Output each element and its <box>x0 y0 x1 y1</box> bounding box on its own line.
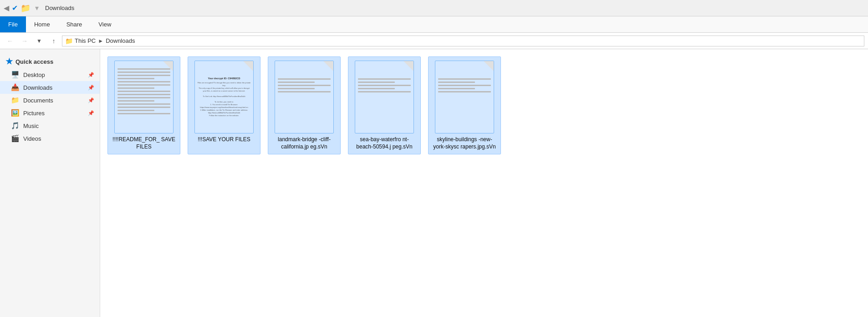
tab-file[interactable]: File <box>0 16 26 32</box>
file-name-saveyourfiles: !!!SAVE YOUR FILES <box>198 136 250 143</box>
file-line <box>117 68 170 70</box>
sidebar-item-documents-label: Documents <box>23 97 84 104</box>
file-line <box>117 81 170 82</box>
file-area: !!!!README_FOR_ SAVE FILES Your decrypt … <box>100 49 868 317</box>
sidebar-item-music-label: Music <box>23 123 94 129</box>
file-thumbnail-skyline <box>435 61 494 133</box>
file-line <box>438 85 491 86</box>
file-lines-skyline <box>438 78 491 92</box>
file-line <box>117 72 170 73</box>
file-line <box>278 88 315 89</box>
pictures-icon: 🖼️ <box>11 109 20 117</box>
ransom-title: Your decrypt ID: C94892CD <box>208 77 240 81</box>
pin-icon-pictures: 📌 <box>88 110 94 116</box>
file-line <box>117 107 170 108</box>
file-line <box>358 85 411 86</box>
sidebar-item-documents[interactable]: 📁 Documents 📌 <box>0 94 100 107</box>
file-line <box>117 75 170 76</box>
file-line <box>358 82 395 83</box>
file-thumbnail-readme <box>114 61 174 133</box>
address-bar: ← → ▼ ↑ 📁 This PC ► Downloads <box>0 33 868 49</box>
sidebar-item-pictures-label: Pictures <box>23 110 84 117</box>
file-thumbnail-seabay <box>355 61 414 133</box>
file-item-seabay[interactable]: sea-bay-waterfro nt-beach-50594.j peg.sV… <box>348 56 421 154</box>
path-folder-icon: 📁 <box>65 37 73 45</box>
file-corner-skyline <box>484 61 494 71</box>
sidebar-item-downloads-label: Downloads <box>23 84 84 91</box>
file-line <box>438 82 475 83</box>
history-button[interactable]: ▼ <box>33 35 46 47</box>
file-lines-readme <box>117 68 170 114</box>
back-button[interactable]: ← <box>4 35 16 47</box>
main-container: ★ Quick access 🖥️ Desktop 📌 📥 Downloads … <box>0 49 868 317</box>
pin-icon-documents: 📌 <box>88 97 94 103</box>
sidebar-item-videos[interactable]: 🎬 Videos <box>0 132 100 145</box>
file-corner-landmark <box>323 61 333 71</box>
videos-icon: 🎬 <box>11 134 20 143</box>
title-bar-separator: ▾ <box>35 4 39 12</box>
forward-button[interactable]: → <box>18 35 31 47</box>
file-line <box>117 94 170 95</box>
tab-home[interactable]: Home <box>26 16 58 32</box>
file-line <box>117 87 154 89</box>
file-line <box>117 100 154 102</box>
sidebar-item-desktop[interactable]: 🖥️ Desktop 📌 <box>0 68 100 81</box>
file-corner-seabay <box>403 61 414 71</box>
title-bar-title: Downloads <box>45 5 74 11</box>
file-line <box>278 91 331 92</box>
quick-access-label: Quick access <box>15 58 53 65</box>
file-item-skyline[interactable]: skyline-buildings -new-york-skysc rapers… <box>428 56 501 154</box>
file-lines-seabay <box>358 78 411 92</box>
star-icon: ★ <box>5 56 13 66</box>
address-path[interactable]: 📁 This PC ► Downloads <box>62 36 864 46</box>
file-line <box>438 91 491 92</box>
path-separator-1: ► <box>98 38 103 44</box>
file-name-skyline: skyline-buildings -new-york-skysc rapers… <box>432 136 497 150</box>
folder-icon: 📁 <box>20 3 31 13</box>
file-name-landmark: landmark-bridge -cliff-california.jp eg.… <box>272 136 337 150</box>
file-line <box>358 88 395 89</box>
ransom-body: Files are encrypted! To decrypt files yo… <box>197 82 251 117</box>
file-line <box>117 103 170 105</box>
file-line <box>278 85 331 86</box>
file-thumbnail-landmark <box>275 61 334 133</box>
path-segment-downloads[interactable]: Downloads <box>106 37 135 44</box>
file-line <box>117 78 154 79</box>
file-line <box>117 110 154 111</box>
sidebar-item-downloads[interactable]: 📥 Downloads 📌 <box>0 81 100 94</box>
sidebar-item-pictures[interactable]: 🖼️ Pictures 📌 <box>0 107 100 119</box>
title-bar: ◀ ✔ 📁 ▾ Downloads <box>0 0 868 16</box>
file-name-seabay: sea-bay-waterfro nt-beach-50594.j peg.sV… <box>352 136 417 150</box>
file-item-saveyourfiles[interactable]: Your decrypt ID: C94892CD Files are encr… <box>188 56 260 154</box>
tab-view[interactable]: View <box>90 16 119 32</box>
file-line <box>438 78 491 80</box>
pin-icon-downloads: 📌 <box>88 85 94 91</box>
downloads-icon: 📥 <box>11 83 20 92</box>
file-line <box>117 113 170 114</box>
tab-share[interactable]: Share <box>58 16 91 32</box>
sidebar-item-videos-label: Videos <box>23 135 94 142</box>
file-thumbnail-saveyourfiles: Your decrypt ID: C94892CD Files are encr… <box>194 61 254 133</box>
ribbon: File Home Share View <box>0 16 868 33</box>
check-icon: ✔ <box>12 4 18 12</box>
path-segment-thispc[interactable]: This PC <box>75 37 96 44</box>
file-name-readme: !!!!README_FOR_ SAVE FILES <box>112 136 176 150</box>
sidebar-item-desktop-label: Desktop <box>23 72 84 78</box>
quick-access-header: ★ Quick access <box>0 53 100 68</box>
file-corner-ransom <box>243 61 253 71</box>
music-icon: 🎵 <box>11 122 20 130</box>
sidebar: ★ Quick access 🖥️ Desktop 📌 📥 Downloads … <box>0 49 100 317</box>
file-line <box>117 91 170 92</box>
file-line <box>358 78 411 80</box>
file-line <box>278 82 315 83</box>
desktop-icon: 🖥️ <box>11 71 20 79</box>
documents-icon: 📁 <box>11 96 20 104</box>
file-line <box>278 78 331 80</box>
file-item-landmark[interactable]: landmark-bridge -cliff-california.jp eg.… <box>268 56 341 154</box>
file-line <box>117 84 170 86</box>
sidebar-item-music[interactable]: 🎵 Music <box>0 119 100 132</box>
up-button[interactable]: ↑ <box>47 35 60 47</box>
file-item-readme[interactable]: !!!!README_FOR_ SAVE FILES <box>107 56 180 154</box>
pin-icon-desktop: 📌 <box>88 72 94 78</box>
back-icon[interactable]: ◀ <box>4 4 9 12</box>
